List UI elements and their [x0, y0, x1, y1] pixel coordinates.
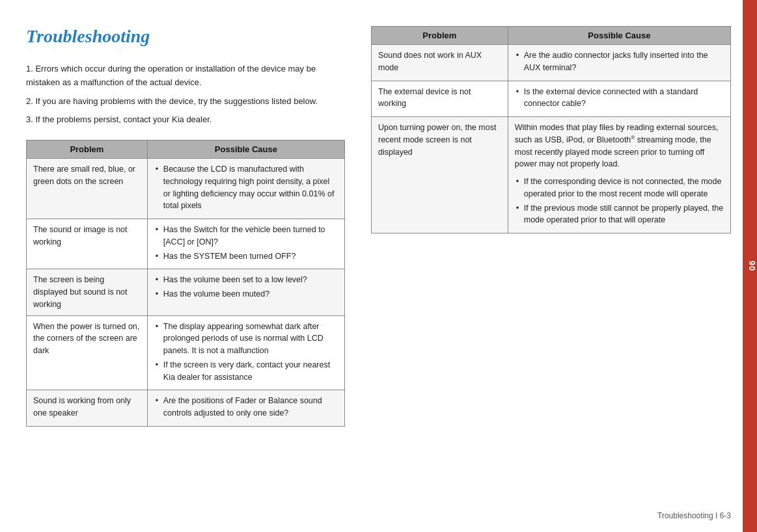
right-table-header-cause: Possible Cause	[508, 27, 730, 45]
list-item: If the previous mode still cannot be pro…	[515, 202, 724, 227]
table-row: There are small red, blue, or green dots…	[27, 159, 345, 219]
problem-cell: Sound does not work in AUX mode	[372, 45, 508, 81]
intro-line-1: 1. Errors which occur during the operati…	[26, 62, 345, 90]
content-area: Troubleshooting 1. Errors which occur du…	[0, 0, 757, 532]
problem-cell: Sound is working from only one speaker	[27, 390, 148, 427]
cause-cell: Within modes that play files by reading …	[508, 117, 730, 233]
list-item: Has the volume been set to a low level?	[154, 274, 338, 286]
right-table-header-problem: Problem	[372, 27, 508, 45]
table-row: Upon turning power on, the most recent m…	[372, 117, 731, 233]
list-item: Has the volume been muted?	[154, 288, 338, 300]
left-table-header-cause: Possible Cause	[147, 140, 344, 159]
table-row: The sound or image is not working Has th…	[27, 219, 345, 269]
cause-cell: Are the audio connector jacks fully inse…	[508, 45, 730, 81]
left-table: Problem Possible Cause There are small r…	[26, 140, 345, 427]
problem-cell: There are small red, blue, or green dots…	[27, 159, 148, 219]
page-title: Troubleshooting	[26, 26, 345, 47]
left-table-header-problem: Problem	[27, 140, 148, 159]
list-item: Is the external device connected with a …	[515, 86, 724, 111]
left-column: Troubleshooting 1. Errors which occur du…	[26, 26, 345, 506]
page-number: 90	[747, 261, 756, 271]
table-row: Sound does not work in AUX mode Are the …	[372, 45, 731, 81]
table-row: Sound is working from only one speaker A…	[27, 390, 345, 427]
list-item: Has the Switch for the vehicle been turn…	[154, 224, 338, 248]
right-column: Problem Possible Cause Sound does not wo…	[371, 26, 731, 506]
list-item: The display appearing somewhat dark afte…	[154, 321, 338, 357]
table-row: When the power is turned on, the corners…	[27, 315, 345, 390]
table-row: The screen is being displayed but sound …	[27, 269, 345, 315]
list-item: Are the audio connector jacks fully inse…	[515, 49, 724, 74]
problem-cell: The external device is not working	[372, 81, 508, 117]
cause-cell: Are the positions of Fader or Balance so…	[147, 390, 344, 427]
cause-cell: Has the volume been set to a low level? …	[147, 269, 344, 315]
intro-line-2: 2. If you are having problems with the d…	[26, 95, 345, 109]
problem-cell: The screen is being displayed but sound …	[27, 269, 148, 315]
cause-cell: Has the Switch for the vehicle been turn…	[147, 219, 344, 269]
table-row: The external device is not working Is th…	[372, 81, 731, 117]
list-item: Are the positions of Fader or Balance so…	[154, 395, 338, 419]
footer: Troubleshooting I 6-3	[657, 511, 731, 520]
cause-cell: The display appearing somewhat dark afte…	[147, 315, 344, 390]
red-tab: 90	[743, 0, 757, 532]
problem-cell: The sound or image is not working	[27, 219, 148, 269]
intro-line-3: 3. If the problems persist, contact your…	[26, 113, 345, 127]
cause-cell: Because the LCD is manufactured with tec…	[147, 159, 344, 219]
list-item: Because the LCD is manufactured with tec…	[154, 163, 338, 212]
list-item: Has the SYSTEM been turned OFF?	[154, 250, 338, 263]
list-item: If the corresponding device is not conne…	[515, 176, 724, 200]
page-container: Troubleshooting 1. Errors which occur du…	[0, 0, 757, 532]
right-table: Problem Possible Cause Sound does not wo…	[371, 26, 731, 233]
problem-cell: When the power is turned on, the corners…	[27, 315, 148, 390]
problem-cell: Upon turning power on, the most recent m…	[372, 117, 508, 233]
cause-cell: Is the external device connected with a …	[508, 81, 730, 117]
intro-text: 1. Errors which occur during the operati…	[26, 62, 345, 127]
list-item: If the screen is very dark, contact your…	[154, 359, 338, 384]
cause-text: Within modes that play files by reading …	[515, 122, 724, 170]
